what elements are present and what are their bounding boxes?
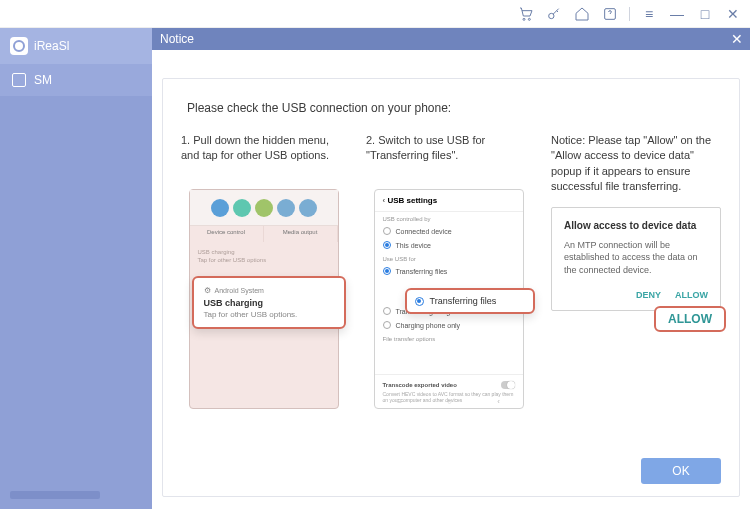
deny-label: DENY [636, 290, 661, 300]
callout-subtitle: Tap for other USB options. [204, 310, 334, 319]
minimize-button[interactable]: — [668, 6, 686, 22]
panel-actions: DENY ALLOW [564, 290, 708, 300]
section-label: File transfer options [375, 332, 523, 344]
main-area: Notice ✕ Please check the USB connection… [152, 28, 750, 509]
svg-point-0 [523, 18, 525, 20]
opt-connected-device: Connected device [375, 224, 523, 238]
toggle-icon [299, 199, 317, 217]
svg-point-2 [549, 13, 554, 18]
callout-usb-charging: Android System USB charging Tap for othe… [192, 276, 346, 329]
help-icon[interactable] [601, 5, 619, 23]
cart-icon[interactable] [517, 5, 535, 23]
quick-row: Device control Media output [190, 226, 338, 242]
allow-label: ALLOW [675, 290, 708, 300]
phone-mock-2: USB settings USB controlled by Connected… [374, 189, 524, 409]
opt-charging-only: Charging phone only [375, 318, 523, 332]
separator [629, 7, 630, 21]
window-titlebar: ≡ — □ ✕ [0, 0, 750, 28]
usb-settings-header: USB settings [375, 190, 523, 212]
step-1: 1. Pull down the hidden menu, and tap fo… [181, 133, 346, 409]
callout-title: USB charging [204, 298, 334, 308]
phone-nav: ≡○‹ [375, 397, 523, 406]
toggle-icon [255, 199, 273, 217]
svg-point-1 [528, 18, 530, 20]
allow-access-panel: Allow access to device data An MTP conne… [551, 207, 721, 312]
step-3: Notice: Please tap "Allow" on the "Allow… [551, 133, 721, 409]
toggle-icon [501, 381, 515, 389]
quick-toggles [190, 190, 338, 226]
dialog-heading: Please check the USB connection on your … [187, 101, 721, 115]
step-1-text: 1. Pull down the hidden menu, and tap fo… [181, 133, 346, 177]
sidebar-footer [10, 491, 100, 499]
usb-notice-dialog: Please check the USB connection on your … [162, 78, 740, 497]
brand-logo: iReaSl [0, 28, 152, 64]
section-label: USB controlled by [375, 212, 523, 224]
media-output-label: Media output [264, 226, 338, 242]
panel-desc: An MTP connection will be established to… [564, 239, 708, 277]
radio-on-icon [415, 297, 424, 306]
faint-title: USB charging [198, 248, 330, 256]
close-notice-button[interactable]: ✕ [728, 30, 746, 48]
callout-transferring-files: Transferring files [405, 288, 535, 314]
home-icon[interactable] [573, 5, 591, 23]
ok-button[interactable]: OK [641, 458, 721, 484]
callout-allow: ALLOW [654, 306, 726, 332]
step-2: 2. Switch to use USB for "Transferring f… [366, 133, 531, 409]
sms-icon [12, 73, 26, 87]
callout-label: Transferring files [430, 296, 497, 306]
maximize-button[interactable]: □ [696, 6, 714, 22]
step-3-text: Notice: Please tap "Allow" on the "Allow… [551, 133, 721, 195]
sidebar-item-label: SM [34, 73, 52, 87]
step-2-text: 2. Switch to use USB for "Transferring f… [366, 133, 531, 177]
brand-text: iReaSl [34, 39, 69, 53]
key-icon[interactable] [545, 5, 563, 23]
sidebar: iReaSl SM [0, 28, 152, 509]
close-window-button[interactable]: ✕ [724, 6, 742, 22]
notice-header: Notice ✕ [152, 28, 750, 50]
toggle-icon [211, 199, 229, 217]
callout-system-label: Android System [204, 286, 334, 295]
menu-icon[interactable]: ≡ [640, 6, 658, 22]
opt-transferring-files: Transferring files [375, 264, 523, 278]
panel-title: Allow access to device data [564, 220, 708, 231]
toggle-icon [233, 199, 251, 217]
faint-sub: Tap for other USB options [198, 256, 330, 264]
notif-faint: USB charging Tap for other USB options [190, 242, 338, 271]
section-label: Use USB for [375, 252, 523, 264]
toggle-icon [277, 199, 295, 217]
sidebar-item-sms[interactable]: SM [0, 64, 152, 96]
phone-mock-1: Device control Media output USB charging… [189, 189, 339, 409]
notice-title: Notice [160, 32, 194, 46]
device-control-label: Device control [190, 226, 264, 242]
opt-this-device: This device [375, 238, 523, 252]
logo-icon [10, 37, 28, 55]
transcode-title: Transcode exported video [383, 382, 457, 388]
